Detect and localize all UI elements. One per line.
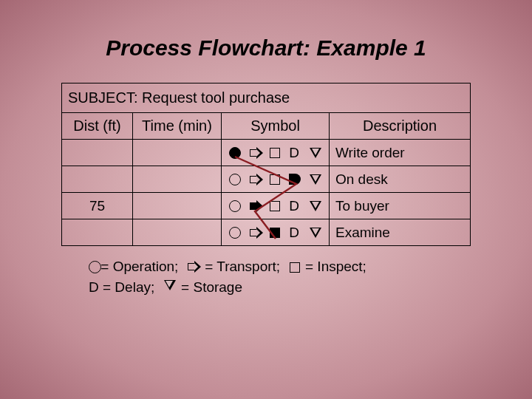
table-row: 75 D To buyer <box>62 193 471 219</box>
inspect-icon <box>270 148 280 158</box>
delay-icon: D <box>289 227 301 239</box>
legend-transport: = Transport; <box>205 259 280 274</box>
header-time: Time (min) <box>133 113 222 140</box>
legend-delay: D = Delay; <box>89 279 154 295</box>
table-row: D Examine <box>62 219 471 246</box>
table-row: On desk <box>62 166 471 193</box>
header-row: Dist (ft) Time (min) Symbol Description <box>62 113 471 140</box>
storage-icon <box>164 280 176 290</box>
transport-icon <box>250 200 262 212</box>
cell-symbol: D <box>222 140 330 166</box>
transport-icon <box>250 227 262 239</box>
cell-desc: Write order <box>330 140 471 166</box>
delay-icon: D <box>289 147 301 159</box>
storage-icon <box>310 201 321 211</box>
cell-symbol <box>222 166 330 193</box>
inspect-icon <box>270 201 280 211</box>
cell-dist <box>62 219 133 246</box>
cell-time <box>133 193 222 219</box>
flowchart-table-wrap: SUBJECT: Request tool purchase Dist (ft)… <box>61 83 471 246</box>
table-row: D Write order <box>62 140 471 166</box>
cell-desc: To buyer <box>330 193 471 219</box>
cell-dist <box>62 140 133 166</box>
cell-desc: Examine <box>330 219 471 246</box>
cell-desc: On desk <box>330 166 471 193</box>
subject-value: Request tool purchase <box>142 89 290 106</box>
legend: = Operation; = Transport; = Inspect; D =… <box>89 256 532 297</box>
operation-icon <box>229 174 241 185</box>
cell-symbol: D <box>222 193 330 219</box>
delay-icon <box>289 174 301 185</box>
header-dist: Dist (ft) <box>62 113 133 140</box>
storage-icon <box>310 148 321 158</box>
inspect-icon <box>270 228 280 238</box>
header-desc: Description <box>330 113 471 140</box>
inspect-icon <box>270 174 280 185</box>
operation-icon <box>229 200 241 212</box>
legend-operation: = Operation; <box>100 259 178 274</box>
cell-time <box>133 140 222 166</box>
cell-dist: 75 <box>62 193 133 219</box>
delay-icon: D <box>289 200 301 212</box>
operation-icon <box>229 227 241 239</box>
cell-symbol: D <box>222 219 330 246</box>
page-title: Process Flowchart: Example 1 <box>0 0 532 83</box>
subject-row: SUBJECT: Request tool purchase <box>62 83 471 113</box>
cell-time <box>133 166 222 193</box>
inspect-icon <box>290 262 300 273</box>
cell-time <box>133 219 222 246</box>
header-symbol: Symbol <box>222 113 330 140</box>
operation-icon <box>229 147 241 159</box>
legend-inspect: = Inspect; <box>305 259 366 274</box>
storage-icon <box>310 174 321 185</box>
subject-label: SUBJECT: <box>68 89 137 106</box>
transport-icon <box>250 147 262 159</box>
flowchart-table: SUBJECT: Request tool purchase Dist (ft)… <box>61 83 471 246</box>
transport-icon <box>250 174 262 185</box>
storage-icon <box>310 228 321 238</box>
operation-icon <box>89 261 101 273</box>
cell-dist <box>62 166 133 193</box>
transport-icon <box>188 261 200 273</box>
legend-storage: = Storage <box>181 279 242 295</box>
